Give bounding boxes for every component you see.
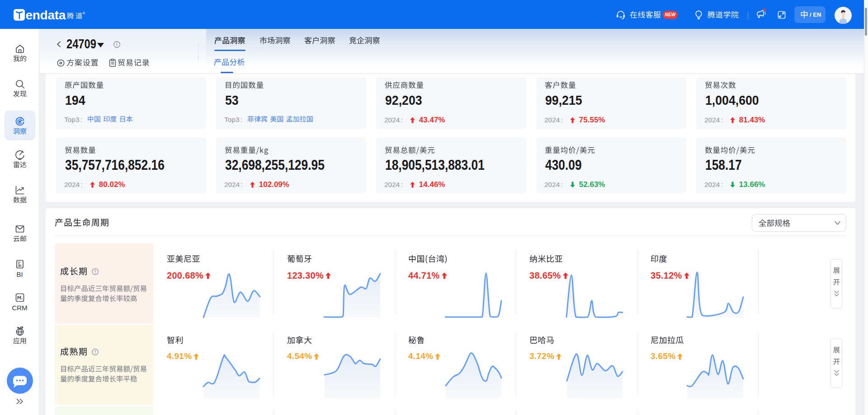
- svg-text:BI: BI: [18, 264, 21, 267]
